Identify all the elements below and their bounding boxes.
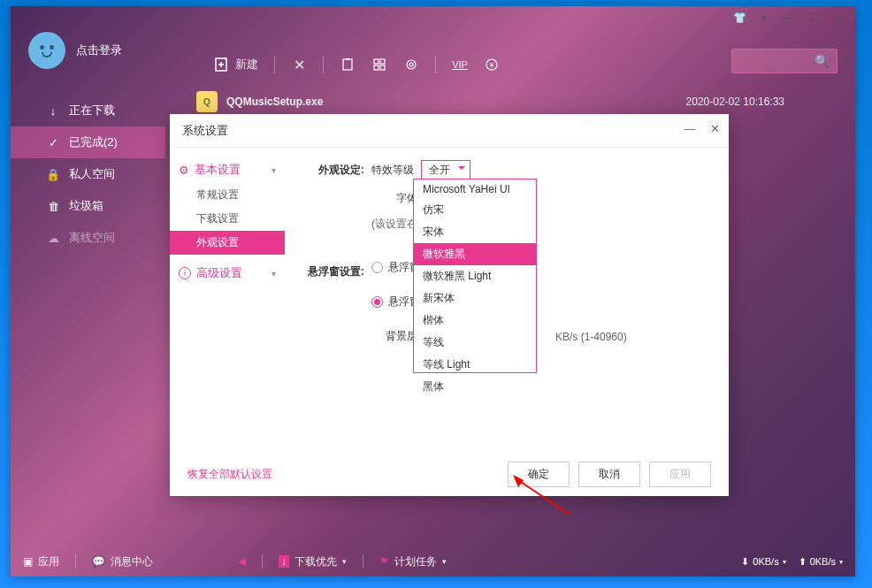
font-option[interactable]: 等线 [414, 332, 536, 354]
svg-rect-4 [346, 58, 349, 60]
float-radio-2[interactable] [371, 296, 383, 308]
nav-item-general[interactable]: 常规设置 [170, 183, 285, 207]
sidebar-item-trash[interactable]: 🗑 垃圾箱 [11, 190, 165, 222]
sidebar-item-completed[interactable]: ✓ 已完成(2) [11, 126, 165, 158]
settings-gear-icon[interactable] [403, 57, 419, 73]
download-icon: ↓ [46, 103, 60, 118]
grid-icon[interactable] [371, 57, 387, 73]
login-link[interactable]: 点击登录 [76, 42, 122, 58]
font-option[interactable]: 微软雅黑 [414, 243, 536, 265]
font-option[interactable]: 楷体 [414, 309, 536, 332]
appearance-section-label: 外观设定: [302, 163, 364, 178]
font-option[interactable]: 宋体 [414, 221, 536, 243]
avatar[interactable] [28, 32, 65, 69]
settings-nav: ⚙ 基本设置 ▾ 常规设置 下载设置 外观设置 i 高级设置 ▾ [170, 148, 285, 452]
plus-icon [214, 57, 230, 73]
up-speed-value: 0KB/s [810, 556, 836, 567]
bottom-priority[interactable]: ↓ 下载优先 ▾ [279, 554, 347, 569]
close-icon[interactable]: ✕ [832, 11, 845, 24]
nav-item-appearance[interactable]: 外观设置 [170, 231, 285, 255]
sidebar-item-private[interactable]: 🔒 私人空间 [11, 158, 165, 190]
font-option[interactable]: 等线 Light [414, 354, 536, 376]
nav-group-label: 高级设置 [196, 265, 242, 281]
float-radio-1[interactable] [371, 262, 383, 273]
upload-speed[interactable]: ⬆ 0KB/s ▾ [799, 556, 843, 568]
coin-icon[interactable]: ¥ [484, 57, 500, 73]
chevron-down-icon: ▾ [342, 557, 347, 566]
cancel-button[interactable]: 取消 [578, 462, 640, 487]
nav-group-basic[interactable]: ⚙ 基本设置 ▾ [170, 157, 285, 183]
toolbar: 新建 ✕ VIP ¥ [214, 49, 500, 80]
font-option[interactable]: Microsoft YaHei UI [414, 179, 536, 199]
down-speed-value: 0KB/s [753, 556, 778, 567]
sidebar-item-offline[interactable]: ☁ 离线空间 [11, 222, 165, 254]
bottom-app-label: 应用 [38, 554, 59, 569]
sidebar-item-label: 离线空间 [69, 230, 115, 246]
font-option[interactable]: 黑体 [414, 376, 536, 398]
new-button[interactable]: 新建 [214, 57, 258, 73]
svg-rect-7 [374, 65, 379, 70]
font-option[interactable]: 新宋体 [414, 287, 536, 309]
nav-group-advanced[interactable]: i 高级设置 ▾ [170, 260, 285, 286]
check-icon: ✓ [46, 135, 60, 149]
ok-button[interactable]: 确定 [508, 462, 570, 487]
effect-select[interactable]: 全开 [421, 160, 470, 180]
minimize-icon[interactable]: — [783, 11, 795, 24]
file-date: 2020-02-02 10:16:33 [686, 95, 784, 108]
svg-rect-6 [380, 59, 385, 64]
file-row[interactable]: Q QQMusicSetup.exe 2020-02-02 10:16:33 [196, 88, 838, 116]
bottom-app[interactable]: ▣ 应用 [23, 554, 59, 569]
file-name: QQMusicSetup.exe [226, 95, 492, 108]
search-icon: 🔍 [815, 54, 830, 68]
delete-icon[interactable]: ✕ [291, 57, 307, 73]
new-label: 新建 [235, 57, 258, 73]
separator [262, 554, 263, 569]
svg-point-10 [409, 63, 413, 66]
bottom-plan[interactable]: ⚑ 计划任务 ▾ [379, 554, 447, 569]
info-icon: i [179, 267, 191, 279]
font-option[interactable]: 仿宋 [414, 199, 536, 221]
bottom-plan-label: 计划任务 [394, 554, 437, 569]
bottom-msg[interactable]: 💬 消息中心 [92, 554, 153, 569]
lock-icon: 🔒 [46, 167, 60, 181]
message-icon: 💬 [92, 555, 105, 568]
window-titlebar-controls: 👕 ▾ — ☐ ✕ [723, 6, 855, 29]
sidebar-item-label: 已完成(2) [69, 134, 118, 150]
effect-label: 特效等级 [371, 163, 414, 178]
exe-icon: Q [196, 91, 218, 112]
main-window: 👕 ▾ — ☐ ✕ 点击登录 新建 ✕ [11, 6, 855, 577]
clipboard-icon[interactable] [340, 57, 356, 73]
download-speed[interactable]: ⬇ 0KB/s ▾ [741, 556, 785, 568]
sidebar-item-downloading[interactable]: ↓ 正在下载 [11, 95, 165, 126]
chevron-left-icon[interactable]: ◀ [238, 555, 246, 568]
skin-icon[interactable]: 👕 [733, 11, 746, 24]
separator [323, 56, 324, 73]
chevron-down-icon: ▾ [839, 558, 843, 566]
dialog-footer: 恢复全部默认设置 确定 取消 应用 [170, 452, 729, 496]
sidebar-item-label: 垃圾箱 [69, 198, 103, 214]
separator [75, 554, 76, 569]
maximize-icon[interactable]: ☐ [807, 11, 820, 24]
effect-value: 全开 [429, 164, 450, 176]
chevron-down-icon: ▾ [783, 558, 786, 566]
dialog-minimize-icon[interactable]: — [683, 121, 697, 135]
svg-point-9 [407, 60, 416, 69]
separator [274, 56, 275, 73]
font-dropdown: Microsoft YaHei UI仿宋宋体微软雅黑微软雅黑 Light新宋体楷… [413, 179, 537, 373]
bottom-msg-label: 消息中心 [111, 554, 153, 569]
search-input[interactable]: 🔍 [731, 49, 838, 73]
font-option[interactable]: 微软雅黑 Light [414, 265, 536, 287]
nav-item-download[interactable]: 下载设置 [170, 207, 285, 231]
nav-group-label: 基本设置 [195, 162, 241, 178]
dialog-close-icon[interactable]: ✕ [708, 121, 722, 135]
gear-icon: ⚙ [179, 164, 189, 177]
dialog-header: 系统设置 — ✕ [170, 114, 729, 148]
restore-defaults-link[interactable]: 恢复全部默认设置 [187, 467, 272, 482]
svg-rect-5 [374, 59, 379, 64]
vip-icon[interactable]: VIP [452, 57, 468, 73]
sidebar: ↓ 正在下载 ✓ 已完成(2) 🔒 私人空间 🗑 垃圾箱 ☁ 离线空间 [11, 95, 165, 254]
svg-rect-8 [380, 65, 385, 70]
up-icon: ⬆ [799, 556, 807, 568]
chevron-down-icon: ▾ [272, 269, 276, 279]
menu-icon[interactable]: ▾ [758, 11, 770, 24]
